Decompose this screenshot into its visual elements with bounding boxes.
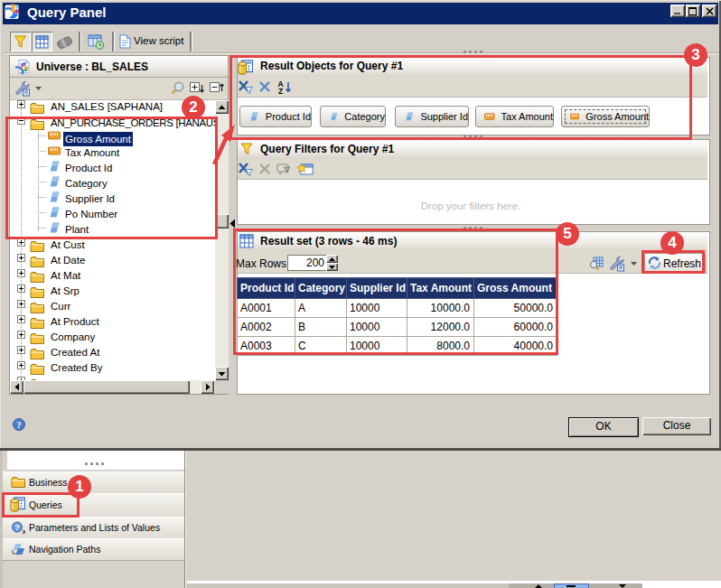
svg-text:?: ?: [14, 523, 20, 532]
svg-text:x: x: [23, 527, 26, 535]
svg-text:?: ?: [17, 420, 22, 430]
